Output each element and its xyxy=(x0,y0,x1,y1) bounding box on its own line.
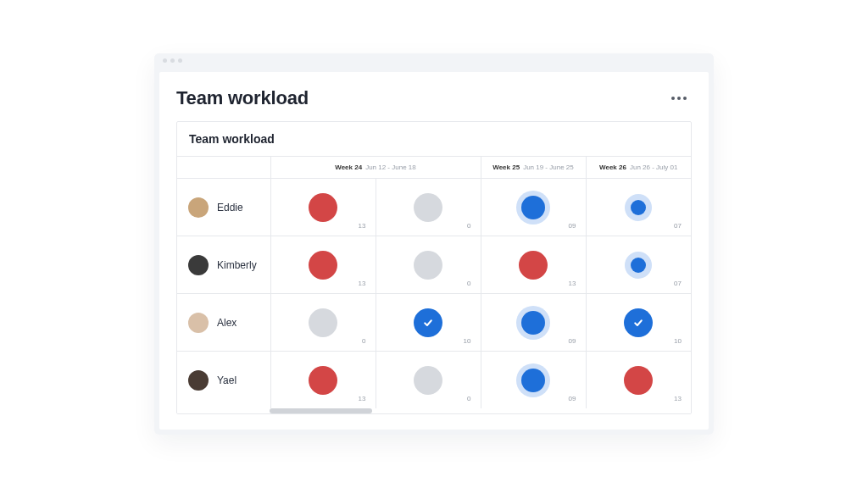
workload-dot-grey xyxy=(309,308,337,337)
week-column-header: Week 26Jun 26 - July 01 xyxy=(586,157,691,179)
workload-dot-blue xyxy=(521,369,545,392)
member-cell[interactable]: Eddie xyxy=(178,197,270,218)
traffic-light-icon xyxy=(170,58,175,63)
workload-count: 0 xyxy=(362,337,365,345)
workload-dot-grey xyxy=(414,193,442,222)
workload-cell[interactable]: 10 xyxy=(376,294,481,352)
workload-count: 07 xyxy=(674,280,682,287)
workload-dot-blue xyxy=(521,311,545,335)
workload-cell[interactable]: 07 xyxy=(586,179,691,236)
table-row: Alex0100910 xyxy=(177,294,691,352)
dots-icon xyxy=(677,97,681,100)
workload-dot-blue xyxy=(631,258,646,273)
member-name: Yael xyxy=(217,374,236,386)
browser-frame: Team workload Team workload Week 24Jun 1… xyxy=(154,53,714,435)
more-options-button[interactable] xyxy=(666,92,692,105)
workload-cell[interactable]: 09 xyxy=(481,294,586,352)
avatar xyxy=(188,370,209,391)
table-row: Eddie1300907 xyxy=(177,179,691,236)
workload-count: 09 xyxy=(569,222,576,230)
workload-count: 09 xyxy=(569,395,576,402)
workload-dot-red xyxy=(309,193,337,222)
workload-count: 0 xyxy=(467,280,470,287)
check-icon xyxy=(423,318,433,328)
workload-dot-grey xyxy=(414,366,442,395)
workload-table: Week 24Jun 12 - June 18 Week 25Jun 19 - … xyxy=(177,156,691,409)
workload-cell[interactable]: 13 xyxy=(270,352,376,409)
member-name: Eddie xyxy=(217,202,243,214)
workload-cell[interactable]: 13 xyxy=(270,179,376,236)
member-name: Alex xyxy=(217,317,236,329)
table-row: Kimberly1301307 xyxy=(177,236,691,294)
workload-count: 10 xyxy=(464,337,471,345)
workload-cell[interactable]: 09 xyxy=(481,352,586,409)
card-title: Team workload xyxy=(177,122,691,156)
page-title: Team workload xyxy=(176,87,309,109)
workload-cell[interactable]: 0 xyxy=(270,294,376,352)
traffic-light-icon xyxy=(163,58,167,63)
workload-dot-blue-check xyxy=(624,308,653,337)
scrollbar-thumb[interactable] xyxy=(270,408,372,413)
workload-dot-grey xyxy=(414,251,442,280)
workload-cell[interactable]: 09 xyxy=(481,179,586,236)
workload-count: 13 xyxy=(569,280,576,287)
table-row: Yael1300913 xyxy=(177,352,691,409)
workload-cell[interactable]: 13 xyxy=(481,236,586,294)
workload-count: 0 xyxy=(467,395,470,402)
dots-icon xyxy=(683,97,687,100)
member-name: Kimberly xyxy=(217,259,257,271)
workload-cell[interactable]: 07 xyxy=(586,236,691,294)
avatar xyxy=(188,255,209,275)
workload-count: 09 xyxy=(569,337,576,345)
week-column-header: Week 25Jun 19 - June 25 xyxy=(481,157,586,179)
workload-cell[interactable]: 13 xyxy=(586,352,691,409)
workload-count: 07 xyxy=(674,222,682,230)
member-column-header xyxy=(177,157,270,179)
workload-cell[interactable]: 0 xyxy=(376,236,481,294)
workload-count: 13 xyxy=(359,395,366,402)
workload-count: 13 xyxy=(359,222,366,230)
workload-cell[interactable]: 13 xyxy=(270,236,376,294)
page: Team workload Team workload Week 24Jun 1… xyxy=(159,72,709,430)
workload-count: 0 xyxy=(467,222,470,230)
workload-dot-blue-check xyxy=(414,308,442,337)
member-cell[interactable]: Alex xyxy=(178,313,270,333)
page-header: Team workload xyxy=(176,87,692,109)
workload-dot-blue xyxy=(631,200,646,215)
member-cell[interactable]: Yael xyxy=(178,370,270,391)
workload-card: Team workload Week 24Jun 12 - June 18 We… xyxy=(176,121,692,414)
workload-dot-blue xyxy=(521,196,545,219)
workload-dot-red xyxy=(309,251,337,280)
member-cell[interactable]: Kimberly xyxy=(178,255,270,275)
workload-cell[interactable]: 0 xyxy=(376,179,481,236)
traffic-light-icon xyxy=(178,58,182,63)
check-icon xyxy=(633,318,643,328)
workload-count: 13 xyxy=(359,280,366,287)
dots-icon xyxy=(671,97,675,100)
avatar xyxy=(188,197,209,218)
workload-dot-red xyxy=(309,366,337,395)
week-column-header: Week 24Jun 12 - June 18 xyxy=(270,157,481,179)
avatar xyxy=(188,313,209,333)
workload-count: 10 xyxy=(674,337,682,345)
workload-cell[interactable]: 0 xyxy=(376,352,481,409)
browser-titlebar xyxy=(154,53,714,67)
workload-dot-red xyxy=(624,366,653,395)
workload-cell[interactable]: 10 xyxy=(586,294,691,352)
workload-dot-red xyxy=(519,251,548,280)
workload-count: 13 xyxy=(674,395,682,402)
horizontal-scrollbar[interactable] xyxy=(177,408,691,413)
